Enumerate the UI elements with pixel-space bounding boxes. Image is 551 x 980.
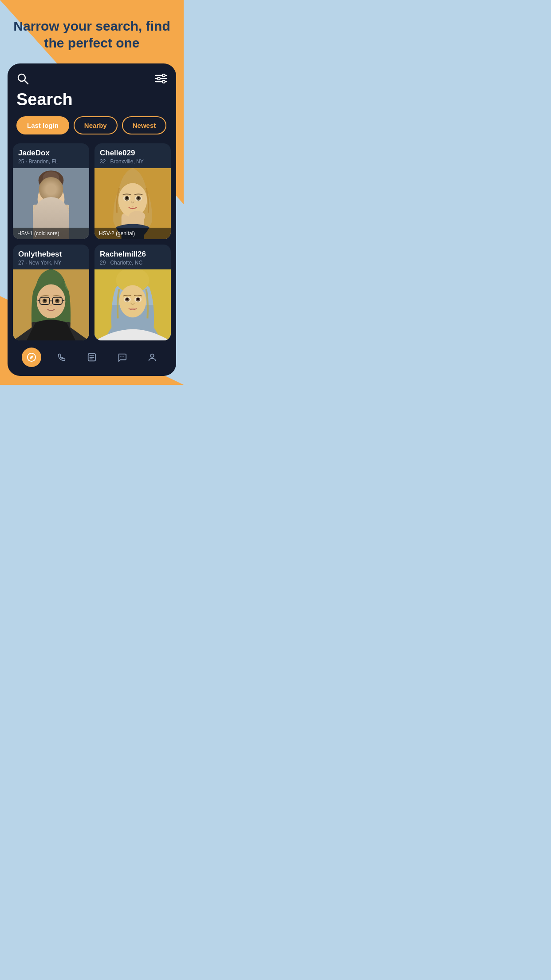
svg-point-66 [119,285,146,317]
card-header [8,63,176,88]
svg-rect-32 [34,210,39,214]
svg-rect-33 [62,205,67,208]
search-icon[interactable] [16,72,29,85]
profile-info-rachelmill26: Rachelmill26 29 · Charlotte, NC [94,245,171,269]
svg-rect-31 [34,207,39,211]
svg-point-80 [123,356,124,357]
bottom-nav [8,342,176,371]
profile-location-chelle029: 32 · Bronxville, NY [100,158,165,165]
profile-image-jadedox: HSV-1 (cold sore) [13,168,89,239]
nav-profile[interactable] [142,348,162,367]
feed-icon [87,352,97,362]
profile-info-onlythebest: Onlythebest 27 · New York, NY [13,245,89,269]
profile-location-rachelmill26: 29 · Charlotte, NC [100,260,165,266]
svg-point-61 [56,299,59,301]
background-wrapper: Narrow your search, find the perfect one [0,0,184,385]
profile-name-onlythebest: Onlythebest [18,250,84,259]
profile-name-rachelmill26: Rachelmill26 [100,250,165,259]
profile-name-jadedox: JadeDox [18,149,84,158]
svg-rect-35 [63,210,68,214]
nav-messages[interactable] [112,348,132,367]
profile-card-chelle029[interactable]: Chelle029 32 · Bronxville, NY [94,143,171,239]
svg-point-7 [162,80,165,83]
tab-newest[interactable]: Newest [122,116,167,134]
connections-icon [57,352,67,362]
tab-nearby[interactable]: Nearby [74,116,118,134]
profile-image-onlythebest [13,269,89,340]
svg-rect-34 [63,207,68,211]
svg-point-81 [150,354,153,357]
tab-last-login[interactable]: Last login [16,116,69,134]
profile-card-onlythebest[interactable]: Onlythebest 27 · New York, NY [13,245,89,340]
svg-point-42 [126,197,128,199]
svg-line-1 [24,80,28,84]
profile-name-chelle029: Chelle029 [100,149,165,158]
hsv-badge-chelle029: HSV-2 (genital) [94,228,171,239]
profile-icon [147,352,157,362]
profile-image-chelle029: HSV-2 (genital) [94,168,171,239]
svg-point-15 [45,193,46,194]
profile-info-chelle029: Chelle029 32 · Bronxville, NY [94,143,171,168]
svg-point-16 [54,192,59,196]
svg-point-78 [120,356,121,357]
svg-point-72 [137,298,139,300]
profile-card-jadedox[interactable]: JadeDox 25 · Brandon, FL [13,143,89,239]
filter-icon[interactable] [155,74,167,83]
svg-point-12 [38,183,65,215]
compass-icon [27,352,36,362]
svg-rect-30 [35,205,40,208]
profiles-grid: JadeDox 25 · Brandon, FL [8,143,176,340]
nav-explore[interactable] [22,348,41,367]
svg-point-5 [157,77,160,80]
phone-card: Search Last login Nearby Newest JadeDox … [8,63,176,376]
svg-point-11 [43,171,59,184]
profile-info-jadedox: JadeDox 25 · Brandon, FL [13,143,89,168]
svg-point-14 [44,192,47,195]
nav-connections[interactable] [52,348,71,367]
svg-point-18 [56,193,57,194]
page-title: Search [8,88,176,116]
svg-point-79 [122,356,122,357]
profile-image-rachelmill26 [94,269,171,340]
profile-card-rachelmill26[interactable]: Rachelmill26 29 · Charlotte, NC [94,245,171,340]
svg-point-69 [126,298,128,300]
headline-text: Narrow your search, find the perfect one [7,18,177,51]
page-content: Narrow your search, find the perfect one [0,0,184,385]
svg-point-3 [162,74,165,77]
messages-icon [117,352,127,362]
profile-location-jadedox: 25 · Brandon, FL [18,158,84,165]
hsv-badge-jadedox: HSV-1 (cold sore) [13,228,89,239]
svg-point-59 [43,299,46,301]
svg-point-13 [43,192,48,196]
profile-location-onlythebest: 27 · New York, NY [18,260,84,266]
filter-tabs-container: Last login Nearby Newest [8,116,176,143]
svg-point-45 [138,197,140,199]
nav-feed[interactable] [82,348,102,367]
svg-point-17 [55,192,58,195]
